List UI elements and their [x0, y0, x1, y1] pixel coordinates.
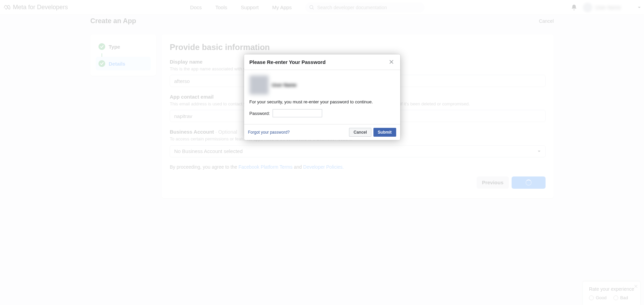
- close-button[interactable]: [388, 58, 395, 66]
- modal-body: User Name For your security, you must re…: [244, 70, 400, 124]
- cancel-button[interactable]: Cancel: [349, 128, 371, 137]
- modal-user: User Name: [250, 75, 395, 95]
- modal-user-name: User Name: [272, 82, 297, 88]
- forgot-password-link[interactable]: Forgot your password?: [248, 130, 290, 135]
- password-label: Password:: [250, 111, 270, 116]
- modal-title: Please Re-enter Your Password: [250, 59, 326, 65]
- close-icon: [389, 60, 393, 64]
- modal-text: For your security, you must re-enter you…: [250, 99, 395, 104]
- modal-header: Please Re-enter Your Password: [244, 54, 400, 70]
- modal-buttons: Cancel Submit: [349, 128, 396, 137]
- submit-button[interactable]: Submit: [373, 128, 396, 137]
- password-input[interactable]: [273, 109, 322, 117]
- modal-overlay: Please Re-enter Your Password User Name …: [0, 0, 644, 204]
- avatar: [250, 75, 269, 95]
- password-row: Password:: [250, 109, 395, 117]
- modal-footer: Forgot your password? Cancel Submit: [244, 124, 400, 140]
- password-modal: Please Re-enter Your Password User Name …: [244, 54, 400, 140]
